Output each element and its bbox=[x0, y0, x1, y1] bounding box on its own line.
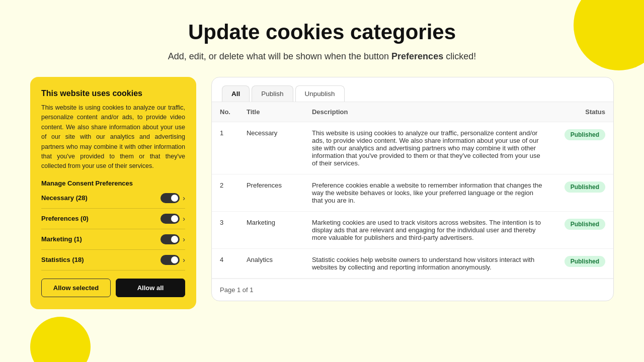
table-row: 3 Marketing Marketing cookies are used t… bbox=[212, 212, 613, 249]
cell-title-1: Necessary bbox=[238, 122, 304, 174]
page-header: Update cookies categories Add, edit, or … bbox=[30, 20, 614, 62]
status-badge: Published bbox=[565, 256, 605, 267]
chevron-right-icon[interactable]: › bbox=[183, 194, 185, 202]
cell-title-3: Marketing bbox=[238, 212, 304, 249]
cell-no-4: 4 bbox=[212, 249, 238, 279]
cell-title-4: Analytics bbox=[238, 249, 304, 279]
table-row: 1 Necessary This website is using cookie… bbox=[212, 122, 613, 174]
page-subtitle: Add, edit, or delete what will be shown … bbox=[30, 51, 614, 62]
cookie-consent-panel: This website uses cookies This website i… bbox=[30, 77, 196, 309]
cell-desc-3: Marketing cookies are used to track visi… bbox=[304, 212, 553, 249]
col-header-title: Title bbox=[238, 102, 304, 122]
cookie-categories-table-panel: All Publish Unpublish No. Title Descript… bbox=[211, 77, 614, 301]
manage-consent-title: Manage Consent Preferences bbox=[41, 179, 185, 187]
cell-status-4: Published bbox=[553, 249, 613, 279]
allow-all-button[interactable]: Allow all bbox=[116, 279, 185, 297]
cell-title-2: Preferences bbox=[238, 174, 304, 212]
status-badge: Published bbox=[565, 182, 605, 193]
allow-selected-button[interactable]: Allow selected bbox=[41, 279, 111, 297]
toggle-preferences[interactable] bbox=[160, 214, 180, 224]
consent-label-marketing: Marketing (1) bbox=[41, 235, 82, 243]
tab-unpublish[interactable]: Unpublish bbox=[295, 85, 345, 102]
status-badge: Published bbox=[565, 219, 605, 230]
decorative-circle-bottom bbox=[30, 317, 91, 362]
consent-label-preferences: Preferences (0) bbox=[41, 215, 89, 222]
cell-no-1: 1 bbox=[212, 122, 238, 174]
cell-no-3: 3 bbox=[212, 212, 238, 249]
cell-no-2: 2 bbox=[212, 174, 238, 212]
chevron-right-icon[interactable]: › bbox=[183, 235, 185, 243]
cell-desc-4: Statistic cookies help website owners to… bbox=[304, 249, 553, 279]
cell-desc-2: Preference cookies enable a website to r… bbox=[304, 174, 553, 212]
status-badge: Published bbox=[565, 129, 605, 140]
toggle-necessary[interactable] bbox=[160, 193, 180, 203]
cell-status-1: Published bbox=[553, 122, 613, 174]
subtitle-prefix: Add, edit, or delete what will be shown … bbox=[168, 51, 389, 61]
cookie-buttons: Allow selected Allow all bbox=[41, 279, 185, 297]
consent-label-statistics: Statistics (18) bbox=[41, 256, 84, 263]
cell-desc-1: This website is using cookies to analyze… bbox=[304, 122, 553, 174]
col-header-no: No. bbox=[212, 102, 238, 122]
cookie-panel-title: This website uses cookies bbox=[41, 89, 185, 98]
tab-bar: All Publish Unpublish bbox=[212, 77, 613, 102]
tab-all[interactable]: All bbox=[222, 85, 250, 102]
table-row: 4 Analytics Statistic cookies help websi… bbox=[212, 249, 613, 279]
table-row: 2 Preferences Preference cookies enable … bbox=[212, 174, 613, 212]
chevron-right-icon[interactable]: › bbox=[183, 256, 185, 264]
subtitle-suffix: clicked! bbox=[446, 51, 476, 61]
page-title: Update cookies categories bbox=[30, 20, 614, 44]
toggle-marketing[interactable] bbox=[160, 234, 180, 244]
table-header-row: No. Title Description Status bbox=[212, 102, 613, 122]
cookie-panel-description: This website is using cookies to analyze… bbox=[41, 103, 185, 171]
cell-status-3: Published bbox=[553, 212, 613, 249]
consent-item-preferences: Preferences (0) › bbox=[41, 214, 185, 229]
consent-label-necessary: Necessary (28) bbox=[41, 194, 88, 202]
consent-item-marketing: Marketing (1) › bbox=[41, 234, 185, 250]
categories-table: No. Title Description Status 1 Necessary… bbox=[212, 102, 613, 279]
subtitle-keyword: Preferences bbox=[391, 51, 443, 61]
toggle-statistics[interactable] bbox=[160, 255, 180, 265]
pagination: Page 1 of 1 bbox=[212, 279, 613, 301]
tab-publish[interactable]: Publish bbox=[252, 85, 293, 102]
cell-status-2: Published bbox=[553, 174, 613, 212]
consent-item-statistics: Statistics (18) › bbox=[41, 255, 185, 270]
consent-item-necessary: Necessary (28) › bbox=[41, 193, 185, 209]
col-header-status: Status bbox=[553, 102, 613, 122]
col-header-description: Description bbox=[304, 102, 553, 122]
chevron-right-icon[interactable]: › bbox=[183, 215, 185, 223]
